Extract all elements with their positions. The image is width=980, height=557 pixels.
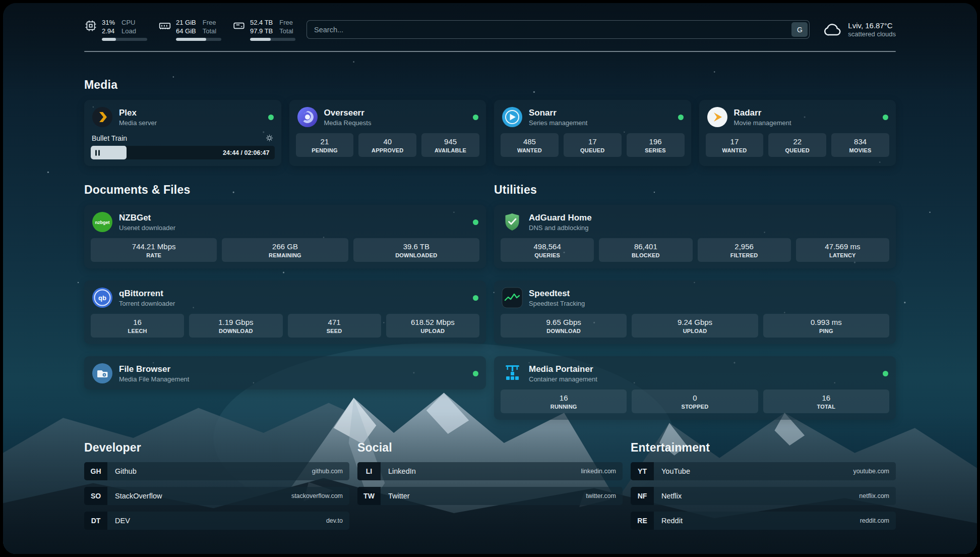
stat-series: 196SERIES (627, 133, 685, 157)
service-card-qbittorrent[interactable]: qb qBittorrent Torrent downloader 16LEEC… (84, 281, 486, 344)
bookmark-name: Reddit (654, 512, 683, 530)
service-card-overseerr[interactable]: Overseerr Media Requests 21PENDING 40APP… (289, 100, 486, 166)
cpu-metric: 31% 2.94 CPU Load (84, 18, 147, 41)
service-card-speedtest[interactable]: Speedtest Speedtest Tracking 9.65 GbpsDO… (494, 281, 896, 344)
stat-queries: 498,564QUERIES (501, 238, 594, 262)
section-media: Media Plex Media server (84, 78, 896, 166)
ram-total: 64 GiB (176, 27, 196, 35)
plex-icon (92, 106, 113, 128)
system-metrics: 31% 2.94 CPU Load (84, 18, 295, 41)
service-title: AdGuard Home (529, 213, 592, 223)
stat-ping: 0.993 msPING (763, 314, 889, 338)
stat-remaining: 266 GBREMAINING (222, 238, 348, 262)
bookmark-name: Twitter (381, 487, 410, 505)
service-title: qBittorrent (119, 289, 175, 299)
cpu-progress-bar (102, 38, 147, 41)
stat-label: STOPPED (634, 404, 756, 410)
search-input[interactable] (307, 20, 810, 39)
service-card-portainer[interactable]: Media Portainer Container management 16R… (494, 356, 896, 420)
stat-value: 39.6 TB (355, 242, 477, 251)
search-engine-badge[interactable]: G (791, 22, 808, 37)
stat-label: REMAINING (224, 252, 346, 258)
service-subtitle: Series management (529, 119, 587, 127)
stat-value: 945 (423, 137, 477, 146)
stat-label: BLOCKED (601, 252, 690, 258)
settings-gear-icon[interactable] (265, 134, 274, 142)
bookmark-domain: reddit.com (860, 512, 896, 530)
status-online-dot (883, 115, 888, 120)
stat-wanted: 17WANTED (706, 133, 764, 157)
media-time: 24:44 / 02:06:47 (223, 149, 269, 156)
bookmark-github[interactable]: GH Github github.com (84, 462, 349, 480)
section-title-developer: Developer (84, 441, 349, 455)
service-subtitle: Speedtest Tracking (529, 300, 585, 307)
cloud-icon (823, 20, 843, 40)
bookmark-stackoverflow[interactable]: SO StackOverflow stackoverflow.com (84, 487, 349, 505)
bookmark-abbr: DT (84, 512, 107, 530)
stat-value: 16 (765, 394, 887, 402)
media-progress-bar[interactable]: 24:44 / 02:06:47 (91, 146, 275, 159)
bookmark-netflix[interactable]: NF Netflix netflix.com (631, 487, 896, 505)
stat-value: 498,564 (503, 242, 592, 251)
service-title: NZBGet (119, 213, 175, 223)
service-card-nzbget[interactable]: nzbget NZBGet Usenet downloader 744.21 M… (84, 205, 486, 268)
bookmark-youtube[interactable]: YT YouTube youtube.com (631, 462, 896, 480)
stat-stopped: 0STOPPED (632, 389, 758, 413)
service-card-filebrowser[interactable]: File Browser Media File Management (84, 356, 486, 389)
bookmark-reddit[interactable]: RE Reddit reddit.com (631, 512, 896, 530)
ram-icon (158, 19, 171, 32)
service-card-sonarr[interactable]: Sonarr Series management 485WANTED 17QUE… (494, 100, 691, 166)
bookmark-abbr: YT (631, 462, 654, 480)
stat-label: WANTED (708, 147, 762, 153)
stat-value: 21 (298, 137, 352, 146)
stat-available: 945AVAILABLE (421, 133, 479, 157)
bookmark-dev[interactable]: DT DEV dev.to (84, 512, 349, 530)
service-subtitle: Media File Management (119, 375, 189, 383)
pause-button[interactable] (95, 150, 100, 155)
bookmark-domain: twitter.com (586, 487, 623, 505)
filebrowser-icon (92, 363, 113, 384)
bookmark-twitter[interactable]: TW Twitter twitter.com (357, 487, 623, 505)
bookmark-domain: youtube.com (853, 462, 896, 480)
stat-label: SEED (290, 328, 379, 334)
stat-pending: 21PENDING (296, 133, 354, 157)
stat-value: 485 (503, 137, 557, 146)
stat-value: 9.24 Gbps (634, 318, 756, 326)
stat-wanted: 485WANTED (501, 133, 559, 157)
service-card-adguard[interactable]: AdGuard Home DNS and adblocking 498,564Q… (494, 205, 896, 268)
adguard-icon (502, 211, 523, 233)
stat-label: LEECH (93, 328, 182, 334)
stat-label: DOWNLOAD (191, 328, 280, 334)
stat-filtered: 2,956FILTERED (698, 238, 791, 262)
top-header: 31% 2.94 CPU Load (84, 3, 896, 41)
stat-value: 86,401 (601, 242, 690, 251)
status-online-dot (473, 219, 478, 225)
stat-download: 9.65 GbpsDOWNLOAD (501, 314, 627, 338)
bookmark-domain: dev.to (326, 512, 349, 530)
stat-label: TOTAL (765, 404, 887, 410)
section-title-utilities: Utilities (494, 183, 896, 197)
service-card-radarr[interactable]: Radarr Movie management 17WANTED 22QUEUE… (699, 100, 896, 166)
disk-metric: 52.4 TB 97.9 TB Free Total (232, 18, 295, 41)
stat-queued: 17QUEUED (564, 133, 622, 157)
ram-progress-bar (176, 38, 221, 41)
service-card-plex[interactable]: Plex Media server Bullet Train (84, 100, 281, 166)
section-title-media: Media (84, 78, 896, 92)
stat-label: APPROVED (360, 147, 414, 153)
weather-widget[interactable]: Lviv, 16.87°C scattered clouds (823, 20, 896, 40)
status-online-dot (473, 115, 478, 120)
section-title-social: Social (357, 441, 623, 455)
stat-movies: 834MOVIES (831, 133, 889, 157)
bookmark-abbr: SO (84, 487, 107, 505)
search-bar: G (307, 20, 810, 39)
svg-text:nzbget: nzbget (95, 220, 110, 225)
bookmarks-developer: Developer GH Github github.com SO StackO… (84, 441, 349, 530)
stat-value: 17 (708, 137, 762, 146)
stat-label: PENDING (298, 147, 352, 153)
stat-label: UPLOAD (388, 328, 477, 334)
nzbget-icon: nzbget (92, 211, 113, 233)
stat-label: QUERIES (503, 252, 592, 258)
bookmark-linkedin[interactable]: LI LinkedIn linkedin.com (357, 462, 623, 480)
stat-value: 9.65 Gbps (503, 318, 625, 326)
weather-location: Lviv, 16.87°C (848, 21, 896, 30)
